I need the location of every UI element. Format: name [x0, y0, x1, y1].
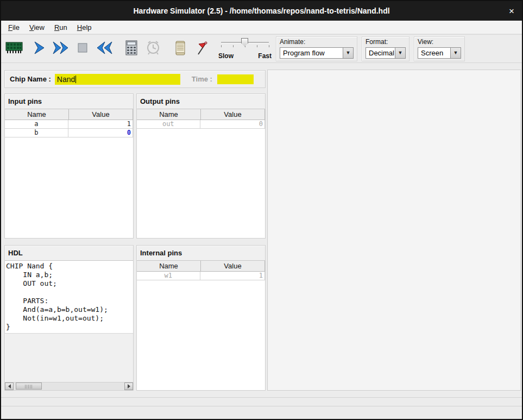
animate-label: Animate: [280, 38, 354, 46]
title-bar: Hardware Simulator (2.5) - /home/thomas/… [1, 1, 522, 21]
table-row: out 0 [137, 120, 265, 129]
pin-value: 1 [200, 272, 266, 280]
clock-button [142, 37, 164, 60]
output-pins-panel: Output pins Name Value out 0 [136, 93, 266, 239]
evaluate-button[interactable] [121, 37, 142, 60]
format-value: Decimal [366, 48, 395, 58]
animate-group: Animate: Program flow ▼ [276, 36, 357, 61]
format-label: Format: [366, 38, 406, 46]
column-header-value: Value [201, 261, 265, 272]
scrollbar-track[interactable] [14, 383, 124, 390]
scroll-right-button[interactable] [124, 383, 133, 390]
pin-name: a [5, 120, 68, 129]
step-arrow-icon [31, 40, 47, 58]
menu-run[interactable]: Run [49, 21, 72, 34]
pin-value[interactable]: 0 [68, 129, 134, 137]
stop-square-icon [76, 41, 89, 57]
arrow-left-icon [8, 384, 11, 388]
view-group: View: Screen ▼ [414, 36, 465, 61]
animate-select[interactable]: Program flow ▼ [280, 47, 354, 59]
menu-help[interactable]: Help [72, 21, 97, 34]
time-label: Time : [192, 75, 212, 83]
scrollbar-thumb[interactable] [16, 383, 42, 390]
slider-fast-label: Fast [258, 52, 272, 60]
panel-title: Output pins [137, 94, 265, 109]
view-value: Screen [418, 48, 450, 58]
breakpoints-button[interactable] [191, 37, 213, 60]
close-icon[interactable]: × [509, 7, 514, 16]
menu-bar: File View Run Help [1, 21, 522, 34]
script-button[interactable] [169, 37, 191, 60]
chip-display-area [267, 70, 521, 391]
scroll-left-button[interactable] [5, 383, 14, 390]
hardware-simulator-window: Hardware Simulator (2.5) - /home/thomas/… [0, 0, 523, 420]
clock-icon [146, 40, 160, 58]
chip-icon [5, 41, 23, 57]
column-header-value: Value [201, 109, 265, 120]
single-step-button[interactable] [28, 37, 50, 60]
stop-button[interactable] [72, 37, 93, 60]
menu-file[interactable]: File [3, 21, 24, 34]
reset-double-arrow-icon [95, 40, 114, 58]
format-group: Format: Decimal ▼ [362, 36, 409, 61]
internal-pins-table: Name Value w1 1 [137, 260, 265, 390]
text-caret [75, 76, 76, 83]
status-bar [1, 397, 522, 406]
pin-name: w1 [137, 272, 200, 280]
input-pins-panel: Input pins Name Value a 1 b 0 [4, 93, 134, 239]
internal-pins-panel: Internal pins Name Value w1 1 [136, 245, 266, 391]
slider-slow-label: Slow [218, 52, 234, 60]
view-label: View: [418, 38, 461, 46]
horizontal-scrollbar [5, 382, 133, 390]
pin-name: b [5, 129, 68, 137]
menu-view[interactable]: View [24, 21, 49, 34]
chevron-down-icon[interactable]: ▼ [343, 48, 353, 58]
chevron-down-icon[interactable]: ▼ [395, 48, 405, 58]
animate-value: Program flow [280, 48, 343, 58]
reset-button[interactable] [93, 37, 115, 60]
column-header-value: Value [69, 109, 133, 120]
table-row: w1 1 [137, 272, 265, 280]
table-row: b 0 [5, 129, 133, 137]
format-select[interactable]: Decimal ▼ [366, 47, 406, 59]
arrow-right-icon [128, 384, 130, 388]
chip-name-bar: Chip Name : Nand Time : [4, 70, 266, 88]
pin-name: out [137, 120, 200, 129]
pin-value[interactable]: 1 [68, 120, 134, 129]
chip-name-input[interactable]: Nand [55, 74, 180, 85]
run-button[interactable] [50, 37, 72, 60]
chip-name-value: Nand [57, 75, 75, 84]
chip-name-label: Chip Name : [10, 75, 51, 83]
load-chip-button[interactable] [3, 37, 25, 60]
view-select[interactable]: Screen ▼ [418, 47, 461, 59]
window-title: Hardware Simulator (2.5) - /home/thomas/… [133, 7, 389, 15]
speed-slider: Slow Fast [218, 37, 272, 61]
output-pins-table: Name Value out 0 [137, 109, 265, 238]
panel-title: Internal pins [137, 246, 265, 260]
pin-value: 0 [200, 120, 266, 129]
column-header-name: Name [137, 261, 201, 272]
scroll-icon [174, 40, 187, 58]
table-row: a 1 [5, 120, 133, 129]
panel-title: Input pins [5, 94, 133, 109]
run-double-arrow-icon [52, 40, 70, 58]
hdl-code-view: CHIP Nand { IN a,b; OUT out; PARTS: And(… [5, 260, 133, 334]
toolbar: Slow Fast Animate: Program flow ▼ Format… [1, 34, 522, 63]
column-header-name: Name [5, 109, 69, 120]
calculator-icon [125, 40, 138, 58]
chevron-down-icon[interactable]: ▼ [450, 48, 461, 58]
flag-icon [195, 40, 209, 58]
panel-title: HDL [5, 246, 133, 260]
column-header-name: Name [137, 109, 201, 120]
hdl-panel: HDL CHIP Nand { IN a,b; OUT out; PARTS: … [4, 245, 134, 391]
time-input [217, 74, 254, 84]
input-pins-table: Name Value a 1 b 0 [5, 109, 133, 238]
